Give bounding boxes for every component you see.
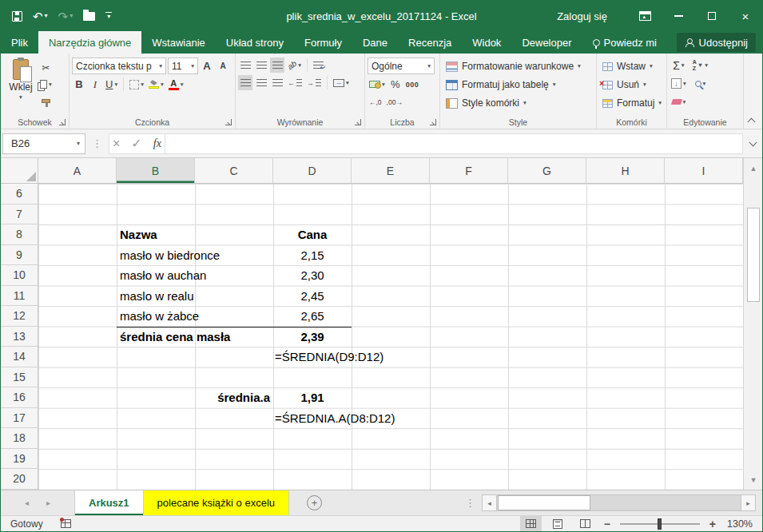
customize-qat-button[interactable]: ▾ [105, 12, 112, 21]
scroll-down-button[interactable]: ▼ [744, 470, 763, 490]
row-header-14[interactable]: 14 [1, 347, 38, 367]
font-size-select[interactable]: 11▾ [168, 58, 198, 74]
tab-view[interactable]: Widok [462, 31, 511, 54]
delete-cells-button[interactable]: Usuń▾ [599, 76, 664, 93]
cell-D12[interactable]: 2,65 [273, 306, 352, 327]
sheet-nav-right-button[interactable]: ▸ [46, 498, 50, 507]
spreadsheet-grid[interactable]: 6 7 8 9 10 11 12 13 14 15 16 17 18 19 20… [1, 184, 743, 490]
zoom-in-button[interactable]: + [707, 518, 718, 530]
sheet-tab-polecane-ksiazki[interactable]: polecane książki o excelu [144, 490, 289, 515]
cancel-button[interactable]: × [113, 137, 120, 151]
align-bottom-button[interactable] [270, 58, 284, 73]
sheet-nav-left-button[interactable]: ◂ [25, 498, 29, 507]
decrease-indent-button[interactable]: ← [286, 75, 304, 90]
fill-button[interactable]: ↓▾ [670, 76, 688, 91]
conditional-formatting-button[interactable]: Formatowanie warunkowe▾ [443, 58, 594, 75]
horizontal-scrollbar[interactable] [497, 494, 741, 511]
tab-developer[interactable]: Deweloper [511, 31, 582, 54]
column-header-i[interactable]: I [665, 158, 743, 183]
paste-button[interactable]: Wklej ▾ [3, 56, 38, 115]
align-left-button[interactable] [238, 75, 252, 90]
row-header-20[interactable]: 20 [1, 469, 38, 490]
share-button[interactable]: Udostępnij [677, 33, 756, 52]
cell-styles-button[interactable]: Style komórki▾ [443, 94, 594, 112]
macro-record-icon[interactable] [61, 519, 71, 528]
borders-button[interactable]: ▾ [128, 77, 145, 92]
find-select-button[interactable]: ▾ [691, 76, 709, 91]
sheet-tab-arkusz1[interactable]: Arkusz1 [74, 490, 144, 515]
zoom-out-button[interactable]: − [602, 518, 613, 530]
cell-C16[interactable]: średnia.a [197, 387, 270, 408]
column-header-f[interactable]: F [430, 158, 508, 183]
clear-button[interactable]: ▾ [670, 94, 688, 109]
dialog-launcher-icon[interactable] [225, 119, 232, 125]
cell-D11[interactable]: 2,45 [273, 286, 352, 307]
grow-font-button[interactable]: A [200, 58, 214, 73]
zoom-slider[interactable] [620, 523, 700, 525]
view-page-break-button[interactable] [574, 515, 596, 532]
insert-function-button[interactable]: fx [153, 137, 161, 150]
dialog-launcher-icon[interactable] [59, 119, 66, 125]
row-header-9[interactable]: 9 [1, 245, 38, 266]
bold-button[interactable]: B [72, 77, 86, 92]
percent-style-button[interactable]: % [388, 77, 403, 92]
tab-page-layout[interactable]: Układ strony [216, 31, 294, 54]
column-header-c[interactable]: C [195, 158, 273, 183]
tab-review[interactable]: Recenzja [398, 31, 462, 54]
undo-button[interactable]: ↶▾ [33, 10, 48, 22]
formula-input[interactable] [165, 133, 743, 154]
decrease-decimal-button[interactable]: ,00→ [385, 94, 404, 109]
autosum-button[interactable]: Σ▾ [670, 58, 688, 73]
select-all-button[interactable] [1, 158, 38, 183]
orientation-button[interactable]: ab▾ [286, 58, 303, 73]
tab-home[interactable]: Narzędzia główne [38, 31, 141, 54]
horizontal-scrollbar-thumb[interactable] [498, 495, 590, 510]
row-header-18[interactable]: 18 [1, 428, 38, 449]
cell-B8[interactable]: Nazwa [120, 224, 157, 245]
shrink-font-button[interactable]: A [216, 58, 230, 73]
minimize-button[interactable] [662, 1, 695, 31]
zoom-slider-handle[interactable] [658, 518, 662, 530]
tell-me-box[interactable]: Powiedz mi [582, 31, 667, 54]
cell-D17[interactable]: =ŚREDNIA.A(D8:D12) [275, 408, 395, 429]
ribbon-display-options-button[interactable] [628, 1, 662, 31]
align-center-button[interactable] [254, 75, 268, 90]
tab-data[interactable]: Dane [352, 31, 398, 54]
sort-filter-button[interactable]: AZ▼▾ [691, 58, 709, 73]
insert-cells-button[interactable]: Wstaw▾ [599, 58, 664, 75]
format-painter-button[interactable] [38, 93, 54, 109]
align-middle-button[interactable] [254, 58, 268, 73]
increase-decimal-button[interactable]: ←,0 [368, 94, 383, 109]
enter-button[interactable]: ✓ [131, 136, 141, 151]
font-name-select[interactable]: Czcionka tekstu p▾ [72, 58, 166, 74]
row-header-8[interactable]: 8 [1, 224, 38, 245]
tab-file[interactable]: Plik [1, 31, 38, 54]
column-header-h[interactable]: H [586, 158, 665, 183]
cell-D13[interactable]: 2,39 [273, 327, 352, 347]
row-header-7[interactable]: 7 [1, 204, 38, 225]
row-header-17[interactable]: 17 [1, 408, 38, 429]
cell-B12[interactable]: masło w żabce [120, 306, 199, 327]
row-header-15[interactable]: 15 [1, 367, 38, 388]
column-header-d[interactable]: D [273, 158, 352, 183]
align-top-button[interactable] [238, 58, 252, 73]
collapse-ribbon-button[interactable] [748, 117, 754, 123]
view-normal-button[interactable] [520, 515, 542, 532]
row-header-19[interactable]: 19 [1, 449, 38, 470]
align-right-button[interactable] [270, 75, 284, 90]
font-color-button[interactable]: A▾ [167, 77, 185, 92]
column-header-e[interactable]: E [352, 158, 430, 183]
zoom-level[interactable]: 130% [724, 518, 753, 530]
row-header-12[interactable]: 12 [1, 306, 38, 327]
underline-button[interactable]: U▾ [104, 77, 119, 92]
expand-formula-bar-button[interactable] [746, 137, 761, 151]
tab-insert[interactable]: Wstawianie [141, 31, 215, 54]
scroll-left-button[interactable]: ◂ [482, 494, 497, 511]
open-button[interactable] [83, 12, 95, 21]
redo-button[interactable]: ↷▾ [58, 10, 74, 22]
cell-B13[interactable]: średnia cena masła [120, 327, 230, 347]
cell-D8[interactable]: Cana [273, 224, 352, 245]
comma-style-button[interactable]: 000 [404, 77, 421, 92]
add-sheet-button[interactable]: + [307, 495, 322, 510]
wrap-text-button[interactable] [312, 58, 326, 73]
